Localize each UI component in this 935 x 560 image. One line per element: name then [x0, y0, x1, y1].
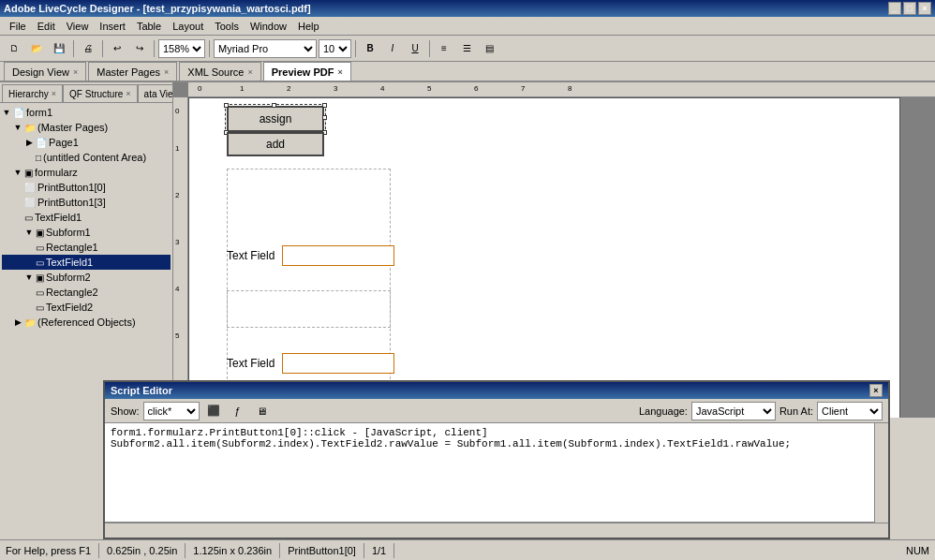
script-bottom-scrollbar[interactable] — [105, 523, 888, 537]
tree-item-page1[interactable]: ▶ 📄 Page1 — [2, 135, 171, 150]
maximize-button[interactable]: □ — [903, 2, 916, 15]
tree-item-printbtn0[interactable]: ⬜ PrintButton1[0] — [2, 180, 171, 195]
close-master-tab[interactable]: × — [164, 67, 169, 77]
panel-tab-qfstructure[interactable]: QF Structure × — [63, 84, 138, 102]
toggle-page1[interactable]: ▶ — [24, 138, 34, 147]
textfield1-input[interactable] — [282, 245, 394, 266]
tree-item-subform1[interactable]: ▼ ▣ Subform1 — [2, 225, 171, 240]
tree-item-subform2[interactable]: ▼ ▣ Subform2 — [2, 270, 171, 285]
window-controls: _ □ × — [888, 2, 931, 15]
align-left-button[interactable]: ≡ — [434, 38, 454, 59]
panel-tab-dataview[interactable]: ata View × — [138, 84, 173, 102]
script-body: form1.formularz.PrintButton1[0]::click -… — [105, 423, 888, 523]
toggle-subform1[interactable]: ▼ — [24, 228, 34, 237]
subform-icon: ▣ — [24, 168, 33, 178]
bold-button[interactable]: B — [360, 38, 380, 59]
tree-item-rectangle2[interactable]: ▭ Rectangle2 — [2, 285, 171, 300]
button-icon: ⬜ — [24, 183, 36, 193]
script-lang-label: Language: — [639, 405, 688, 417]
script-runat-select[interactable]: Client — [817, 402, 883, 420]
textfield2-input[interactable] — [282, 353, 394, 374]
rect2-icon: ▭ — [36, 287, 44, 298]
menu-edit[interactable]: Edit — [32, 19, 61, 34]
menu-window[interactable]: Window — [245, 19, 292, 34]
add-button[interactable]: add — [227, 132, 324, 156]
menu-file[interactable]: File — [4, 19, 32, 34]
underline-button[interactable]: U — [405, 38, 425, 59]
menu-tools[interactable]: Tools — [209, 19, 245, 34]
script-show-select[interactable]: click* — [143, 402, 200, 420]
script-lang-select[interactable]: JavaScript — [691, 402, 776, 420]
align-right-button[interactable]: ▤ — [479, 38, 499, 59]
tree-item-textfield1[interactable]: ▭ TextField1 — [2, 210, 171, 225]
separator-2 — [102, 40, 103, 57]
script-editor: Script Editor × Show: click* ⬛ ƒ 🖥 Langu… — [103, 380, 890, 539]
button-icon-2: ⬜ — [24, 198, 36, 208]
menu-layout[interactable]: Layout — [167, 19, 209, 34]
page-icon: 📄 — [36, 138, 47, 148]
font-select[interactable]: Myriad Pro — [214, 39, 317, 58]
script-btn-2[interactable]: ƒ — [228, 402, 248, 420]
tree-item-formularz[interactable]: ▼ ▣ formularz — [2, 165, 171, 180]
assign-button-container: assign — [227, 106, 324, 132]
main-layout: Hierarchy × QF Structure × ata View × e … — [0, 82, 935, 418]
zoom-select[interactable]: 158% — [158, 39, 205, 58]
script-scrollbar[interactable] — [874, 423, 888, 523]
font-size-select[interactable]: 10 — [319, 39, 351, 58]
undo-button[interactable]: ↩ — [107, 38, 127, 59]
handle-mr — [322, 115, 327, 120]
script-runat-label: Run At: — [779, 405, 813, 417]
separator-6 — [429, 40, 430, 57]
script-content[interactable]: form1.formularz.PrintButton1[0]::click -… — [105, 423, 874, 523]
script-editor-close-button[interactable]: × — [869, 384, 883, 397]
panel-tab-hierarchy[interactable]: Hierarchy × — [2, 84, 63, 102]
tree-item-printbtn3[interactable]: ⬜ PrintButton1[3] — [2, 195, 171, 210]
status-page: 1/1 — [372, 543, 394, 558]
menu-view[interactable]: View — [61, 19, 95, 34]
hierarchy-tree: ▼ 📄 form1 ▼ 📁 (Master Pages) ▶ 📄 Page1 — [0, 103, 172, 418]
separator-4 — [209, 40, 210, 57]
tree-item-refobjects[interactable]: ▶ 📁 (Referenced Objects) — [2, 315, 171, 330]
tab-master-pages[interactable]: Master Pages × — [88, 62, 177, 81]
folder-icon: 📁 — [24, 123, 36, 133]
textfield2-label: Text Field — [227, 357, 275, 370]
menu-insert[interactable]: Insert — [94, 19, 131, 34]
menu-table[interactable]: Table — [131, 19, 167, 34]
menu-help[interactable]: Help — [292, 19, 325, 34]
design-area[interactable]: 0 1 2 3 4 5 6 7 8 0 1 2 3 4 5 6 — [173, 82, 935, 418]
tree-item-form1[interactable]: ▼ 📄 form1 — [2, 105, 171, 120]
ruler-left: 0 1 2 3 4 5 6 — [173, 97, 188, 418]
script-btn-1[interactable]: ⬛ — [203, 402, 224, 420]
refobj-icon: 📁 — [24, 317, 36, 328]
tree-item-textfield1-sub[interactable]: ▭ TextField1 — [2, 255, 171, 270]
toggle-refobjects[interactable]: ▶ — [13, 317, 22, 327]
tf2-sub-icon: ▭ — [36, 302, 44, 313]
open-button[interactable]: 📂 — [26, 38, 47, 59]
script-btn-3[interactable]: 🖥 — [252, 402, 273, 420]
script-toolbar: Show: click* ⬛ ƒ 🖥 Language: JavaScript … — [105, 399, 888, 423]
redo-button[interactable]: ↪ — [129, 38, 150, 59]
tree-item-masterpages[interactable]: ▼ 📁 (Master Pages) — [2, 120, 171, 135]
close-design-tab[interactable]: × — [73, 67, 78, 77]
tree-item-textfield2-sub[interactable]: ▭ TextField2 — [2, 300, 171, 315]
tab-preview-pdf[interactable]: Preview PDF × — [263, 62, 351, 81]
toggle-form1[interactable]: ▼ — [2, 108, 11, 117]
close-button[interactable]: × — [918, 2, 931, 15]
toggle-formularz[interactable]: ▼ — [13, 168, 22, 177]
status-size: 1.125in x 0.236in — [193, 543, 280, 558]
close-preview-tab[interactable]: × — [337, 67, 342, 77]
close-xml-tab[interactable]: × — [247, 67, 252, 77]
save-button[interactable]: 💾 — [49, 38, 69, 59]
print-button[interactable]: 🖨 — [78, 38, 98, 59]
status-element: PrintButton1[0] — [288, 543, 364, 558]
tab-xml-source[interactable]: XML Source × — [179, 62, 260, 81]
align-center-button[interactable]: ☰ — [456, 38, 477, 59]
tree-item-rectangle1[interactable]: ▭ Rectangle1 — [2, 240, 171, 255]
tree-item-content-area[interactable]: □ (untitled Content Area) — [2, 150, 171, 165]
italic-button[interactable]: I — [382, 38, 403, 59]
tab-design-view[interactable]: Design View × — [4, 62, 86, 81]
toggle-masterpages[interactable]: ▼ — [13, 123, 22, 132]
minimize-button[interactable]: _ — [888, 2, 901, 15]
toggle-subform2[interactable]: ▼ — [24, 273, 34, 282]
new-button[interactable]: 🗋 — [4, 38, 24, 59]
